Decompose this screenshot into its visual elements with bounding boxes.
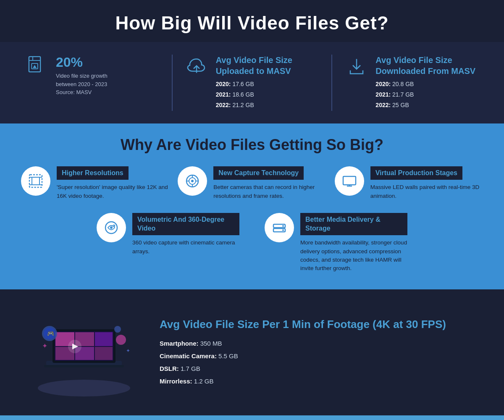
why-item-resolution: Higher Resolutions 'Super resolution' im… (21, 166, 169, 200)
download-data: 2020: 20.8 GB 2021: 21.7 GB 2022: 25 GB (375, 79, 475, 111)
svg-rect-7 (29, 175, 42, 187)
upload-stat: Avg Video File SizeUploaded to MASV 2020… (173, 55, 332, 111)
stats-section: 20% Video file size growthbetween 2020 -… (0, 42, 504, 123)
virtual-label: Virtual Production Stages (370, 166, 462, 180)
laptop-illustration: 🎮 ✦ ✦ (25, 306, 143, 399)
svg-rect-20 (343, 176, 356, 185)
why-title: Why Are Video Files Getting So Big? (21, 136, 483, 154)
upload-data: 2020: 17.6 GB 2021: 18.6 GB 2022: 21.2 G… (216, 79, 292, 111)
svg-point-29 (38, 380, 130, 396)
volumetric-icon-circle (97, 213, 126, 242)
resolution-content: Higher Resolutions 'Super resolution' im… (57, 166, 169, 200)
growth-description: Video file size growthbetween 2020 - 202… (56, 72, 108, 97)
svg-rect-39 (95, 347, 113, 360)
volumetric-content: Volumetric And 360-Degree Video 360 vide… (132, 213, 239, 256)
capture-desc: Better cameras that can record in higher… (213, 183, 326, 200)
why-item-capture: New Capture Technology Better cameras th… (178, 166, 326, 200)
monitor-icon (342, 173, 357, 189)
svg-rect-8 (32, 177, 39, 185)
upload-icon (185, 55, 208, 78)
resolution-icon (28, 173, 43, 189)
media-desc: More bandwidth availability, stronger cl… (300, 239, 407, 273)
avg-item-smartphone: Smartphone: 350 MB (160, 337, 446, 350)
why-top-row: Higher Resolutions 'Super resolution' im… (21, 166, 483, 200)
why-item-media: Better Media Delivery & Storage More ban… (265, 213, 407, 273)
growth-percentage: 20% (56, 55, 108, 70)
avg-title: Avg Video File Size Per 1 Min of Footage… (160, 318, 446, 332)
svg-marker-4 (33, 65, 37, 68)
growth-stat: 20% Video file size growthbetween 2020 -… (25, 55, 172, 97)
svg-rect-31 (44, 365, 124, 368)
why-bottom-row: Volumetric And 360-Degree Video 360 vide… (21, 213, 483, 273)
why-item-virtual: Virtual Production Stages Massive LED wa… (335, 166, 483, 200)
svg-point-15 (191, 180, 194, 182)
avg-content: Avg Video File Size Per 1 Min of Footage… (160, 318, 446, 388)
svg-point-28 (282, 229, 284, 231)
svg-text:✦: ✦ (42, 342, 47, 349)
why-section: Why Are Video Files Getting So Big? High… (0, 123, 504, 290)
capture-label: New Capture Technology (213, 166, 304, 180)
growth-text: 20% Video file size growthbetween 2020 -… (56, 55, 108, 97)
avg-item-dslr: DSLR: 1.7 GB (160, 362, 446, 375)
avg-item-mirrorless: Mirrorless: 1.2 GB (160, 375, 446, 388)
virtual-desc: Massive LED walls paired with real-time … (370, 183, 483, 200)
svg-point-45 (116, 335, 126, 345)
resolution-desc: 'Super resolution' image quality like 12… (57, 183, 169, 200)
svg-text:🎮: 🎮 (47, 330, 55, 337)
volumetric-desc: 360 video capture with cinematic camera … (132, 239, 239, 256)
why-item-volumetric: Volumetric And 360-Degree Video 360 vide… (97, 213, 239, 273)
svg-text:✦: ✦ (126, 348, 130, 354)
download-icon (345, 55, 368, 78)
header-section: How Big Will Video Files Get? (0, 0, 504, 42)
storage-icon (272, 220, 287, 235)
capture-content: New Capture Technology Better cameras th… (213, 166, 326, 200)
media-label: Better Media Delivery & Storage (300, 213, 407, 236)
upload-text: Avg Video File SizeUploaded to MASV 2020… (216, 55, 292, 111)
resolution-icon-circle (21, 166, 50, 196)
avg-section: 🎮 ✦ ✦ Avg Video File Size Per 1 Min of F… (0, 289, 504, 415)
svg-point-46 (114, 326, 121, 333)
svg-rect-38 (95, 332, 113, 346)
svg-rect-0 (29, 56, 40, 71)
capture-icon-circle (178, 166, 207, 196)
svg-point-27 (282, 225, 284, 227)
download-text: Avg Video File SizeDownloaded From MASV … (375, 55, 475, 111)
avg-item-cinematic: Cinematic Camera: 5.5 GB (160, 350, 446, 362)
media-content: Better Media Delivery & Storage More ban… (300, 213, 407, 273)
file-icon (25, 55, 48, 78)
download-stat: Avg Video File SizeDownloaded From MASV … (332, 55, 479, 111)
download-title: Avg Video File SizeDownloaded From MASV (375, 55, 475, 76)
laptop-svg: 🎮 ✦ ✦ (25, 306, 143, 399)
virtual-content: Virtual Production Stages Massive LED wa… (370, 166, 483, 200)
upload-title: Avg Video File SizeUploaded to MASV (216, 55, 292, 76)
svg-point-24 (110, 226, 113, 229)
virtual-icon-circle (335, 166, 364, 196)
camera-lens-icon (185, 173, 200, 189)
footer-section: Use MASV to Send Big Video Files | Try F… (0, 415, 504, 420)
volumetric-label: Volumetric And 360-Degree Video (132, 213, 239, 236)
main-title: How Big Will Video Files Get? (17, 13, 487, 34)
avg-data: Smartphone: 350 MB Cinematic Camera: 5.5… (160, 337, 446, 388)
360-video-icon (104, 220, 119, 235)
resolution-label: Higher Resolutions (57, 166, 129, 180)
media-icon-circle (265, 213, 294, 242)
